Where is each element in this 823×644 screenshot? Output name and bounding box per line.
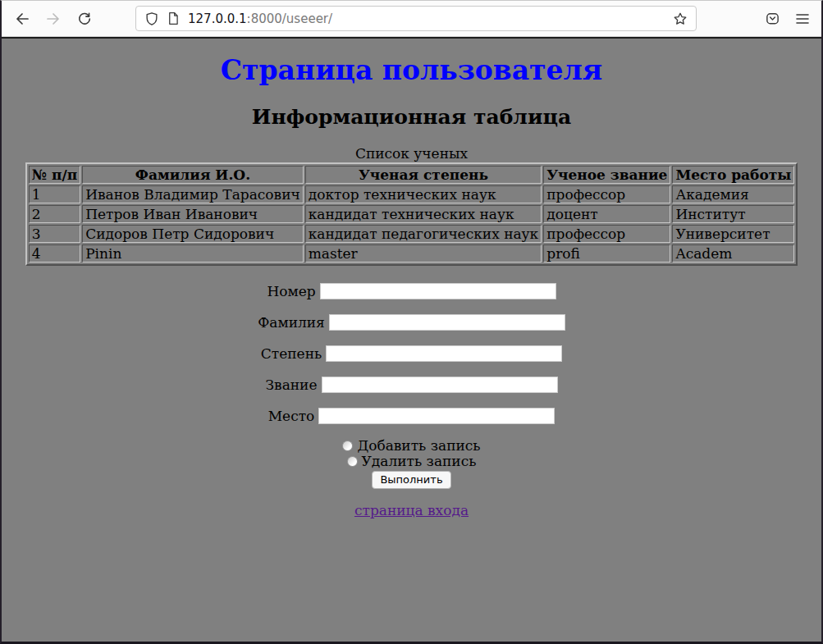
surname-label: Фамилия bbox=[258, 314, 325, 331]
scientists-table: № п/п Фамилия И.О. Ученая степень Ученое… bbox=[25, 162, 798, 266]
record-form: Номер Фамилия Степень Звание Место Добав… bbox=[2, 282, 821, 489]
cell-number: 4 bbox=[29, 244, 81, 263]
cell-rank: профессор bbox=[543, 225, 670, 243]
shield-icon[interactable] bbox=[144, 11, 159, 26]
place-input[interactable] bbox=[318, 408, 555, 424]
rank-input[interactable] bbox=[322, 377, 558, 393]
url-path: :8000/useeer/ bbox=[247, 11, 333, 26]
page-content: Страница пользователя Информационная таб… bbox=[2, 39, 821, 641]
browser-window: 127.0.0.1:8000/useeer/ Стр bbox=[0, 0, 823, 644]
cell-number: 3 bbox=[29, 225, 81, 243]
login-page-link[interactable]: страница входа bbox=[354, 502, 469, 518]
table-row: 3 Сидоров Петр Сидорович кандидат педаго… bbox=[29, 225, 795, 243]
back-arrow-icon bbox=[14, 11, 30, 27]
cell-degree: доктор технических наук bbox=[305, 185, 542, 203]
url-bar[interactable]: 127.0.0.1:8000/useeer/ bbox=[135, 6, 697, 31]
column-header: Ученая степень bbox=[305, 166, 542, 184]
url-text: 127.0.0.1:8000/useeer/ bbox=[188, 11, 332, 26]
column-header: Ученое звание bbox=[543, 166, 670, 184]
cell-rank: profi bbox=[543, 244, 670, 263]
number-label: Номер bbox=[267, 283, 315, 299]
back-button[interactable] bbox=[10, 7, 34, 31]
cell-workplace: Академия bbox=[672, 185, 794, 203]
radio-row-delete: Удалить запись bbox=[2, 454, 821, 469]
number-input[interactable] bbox=[320, 283, 556, 299]
forward-button[interactable] bbox=[41, 7, 66, 31]
column-header: № п/п bbox=[29, 166, 81, 184]
cell-workplace: Academ bbox=[672, 244, 794, 263]
execute-button[interactable]: Выполнить bbox=[372, 471, 450, 489]
cell-degree: кандидат технических наук bbox=[305, 205, 542, 223]
table-row: 2 Петров Иван Иванович кандидат техничес… bbox=[29, 205, 795, 223]
field-row-surname: Фамилия bbox=[2, 313, 821, 330]
cell-name: Петров Иван Иванович bbox=[82, 205, 304, 223]
field-row-rank: Звание bbox=[2, 376, 821, 392]
hamburger-menu-button[interactable] bbox=[795, 12, 810, 25]
delete-record-label: Удалить запись bbox=[362, 453, 477, 469]
cell-workplace: Институт bbox=[672, 205, 794, 223]
radio-row-add: Добавить запись bbox=[2, 438, 821, 454]
add-record-label: Добавить запись bbox=[357, 437, 480, 454]
toolbar-right-icons bbox=[765, 11, 810, 26]
column-header: Фамилия И.О. bbox=[82, 166, 304, 184]
cell-workplace: Университет bbox=[672, 225, 794, 243]
reload-icon bbox=[77, 11, 92, 26]
url-host: 127.0.0.1 bbox=[188, 11, 247, 26]
section-title: Информационная таблица bbox=[2, 105, 821, 129]
table-row: 4 Pinin master profi Academ bbox=[29, 244, 795, 263]
delete-record-radio[interactable] bbox=[347, 456, 358, 467]
rank-label: Звание bbox=[265, 377, 317, 393]
page-info-icon[interactable] bbox=[167, 11, 180, 25]
degree-label: Степень bbox=[261, 345, 322, 362]
cell-name: Иванов Владимир Тарасович bbox=[82, 185, 304, 203]
field-row-place: Место bbox=[2, 407, 821, 423]
field-row-degree: Степень bbox=[2, 345, 821, 361]
surname-input[interactable] bbox=[329, 314, 565, 331]
table-row: 1 Иванов Владимир Тарасович доктор техни… bbox=[29, 185, 795, 203]
cell-name: Сидоров Петр Сидорович bbox=[82, 225, 304, 243]
table-caption: Список ученых bbox=[2, 145, 821, 162]
degree-input[interactable] bbox=[326, 345, 562, 362]
cell-degree: кандидат педагогических наук bbox=[305, 225, 542, 243]
cell-rank: профессор bbox=[543, 185, 670, 203]
submit-row: Выполнить bbox=[2, 469, 821, 489]
cell-number: 2 bbox=[29, 205, 81, 223]
bookmark-star-button[interactable] bbox=[673, 11, 688, 26]
browser-toolbar: 127.0.0.1:8000/useeer/ bbox=[2, 1, 821, 37]
reload-button[interactable] bbox=[72, 7, 97, 31]
place-label: Место bbox=[268, 408, 315, 424]
cell-name: Pinin bbox=[82, 244, 304, 263]
field-row-number: Номер bbox=[2, 282, 821, 299]
cell-number: 1 bbox=[29, 185, 81, 203]
column-header: Место работы bbox=[672, 166, 794, 184]
pocket-button[interactable] bbox=[765, 11, 780, 26]
forward-arrow-icon bbox=[45, 11, 62, 27]
page-title: Страница пользователя bbox=[2, 56, 821, 85]
table-header-row: № п/п Фамилия И.О. Ученая степень Ученое… bbox=[29, 166, 795, 184]
add-record-radio[interactable] bbox=[342, 441, 353, 451]
cell-rank: доцент bbox=[543, 205, 670, 223]
cell-degree: master bbox=[305, 244, 542, 263]
